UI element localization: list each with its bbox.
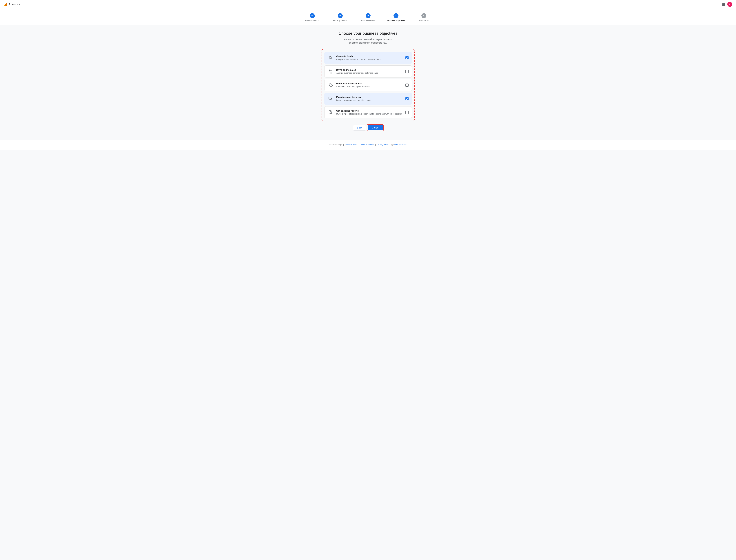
option-examine-user-behavior-text: Examine user behavior Learn how people u… bbox=[336, 96, 403, 102]
header-left: Analytics bbox=[4, 2, 20, 6]
app-header: Analytics R bbox=[0, 0, 736, 9]
main-content: Choose your business objectives For repo… bbox=[0, 25, 736, 140]
option-raise-brand-awareness-title: Raise brand awareness bbox=[336, 82, 403, 85]
grid-dot bbox=[722, 3, 723, 4]
page-subtitle: For reports that are personalized to you… bbox=[344, 38, 392, 45]
footer-send-feedback[interactable]: Send feedback bbox=[394, 144, 407, 146]
step-business-details: Business details bbox=[354, 13, 382, 22]
option-raise-brand-awareness[interactable]: Raise brand awareness Spread the word ab… bbox=[324, 79, 412, 91]
option-generate-leads[interactable]: Generate leads Analyze visitor metrics a… bbox=[324, 52, 412, 64]
option-drive-online-sales-text: Drive online sales Analyze purchase beha… bbox=[336, 69, 403, 74]
step-property-creation: Property creation bbox=[326, 13, 354, 22]
option-get-baseline-reports-text: Get baseline reports Multiple types of r… bbox=[336, 109, 403, 115]
grid-dot bbox=[724, 5, 725, 6]
option-get-baseline-reports[interactable]: Get baseline reports Multiple types of r… bbox=[324, 106, 412, 118]
grid-dot bbox=[724, 4, 725, 5]
grid-dot bbox=[723, 4, 724, 5]
drive-online-sales-checkbox[interactable] bbox=[406, 70, 409, 73]
option-raise-brand-awareness-text: Raise brand awareness Spread the word ab… bbox=[336, 82, 403, 88]
option-drive-online-sales[interactable]: Drive online sales Analyze purchase beha… bbox=[324, 65, 412, 77]
app-title: Analytics bbox=[9, 3, 20, 6]
get-baseline-reports-checkbox[interactable] bbox=[406, 111, 409, 114]
step-data-collection: 5 Data collection bbox=[410, 13, 438, 22]
step-circle-3 bbox=[365, 13, 371, 18]
step-label-4: Business objectives bbox=[387, 19, 405, 22]
step-label-1: Account creation bbox=[305, 19, 319, 22]
svg-point-4 bbox=[329, 84, 330, 84]
user-target-icon bbox=[327, 55, 334, 61]
examine-user-behavior-checkbox[interactable] bbox=[406, 97, 409, 100]
step-label-3: Business details bbox=[361, 19, 375, 22]
footer-feedback-icon: 💬 bbox=[391, 144, 394, 146]
grid-dot bbox=[722, 5, 723, 6]
user-avatar[interactable]: R bbox=[727, 2, 732, 7]
step-label-2: Property creation bbox=[333, 19, 347, 22]
header-right: R bbox=[722, 2, 732, 7]
step-account-creation: Account creation bbox=[298, 13, 326, 22]
footer-link-terms[interactable]: Terms of Service bbox=[360, 144, 374, 146]
stepper: Account creation Property creation Busin… bbox=[0, 9, 736, 25]
grid-dot bbox=[722, 4, 723, 5]
grid-dot bbox=[723, 3, 724, 4]
footer-link-analytics-home[interactable]: Analytics home bbox=[345, 144, 357, 146]
logo-bar-3 bbox=[6, 3, 7, 6]
step-label-5: Data collection bbox=[418, 19, 430, 22]
page-footer: © 2023 Google | Analytics home | Terms o… bbox=[0, 140, 736, 150]
option-drive-online-sales-desc: Analyze purchase behavior and get more s… bbox=[336, 72, 403, 74]
step-circle-2 bbox=[338, 13, 342, 18]
generate-leads-checkbox[interactable] bbox=[406, 56, 409, 59]
step-circle-4: 4 bbox=[394, 13, 399, 18]
option-examine-user-behavior-desc: Learn how people use your site or app bbox=[336, 99, 403, 102]
step-business-objectives: 4 Business objectives bbox=[382, 13, 410, 22]
option-generate-leads-text: Generate leads Analyze visitor metrics a… bbox=[336, 55, 403, 61]
objectives-selection-area: Generate leads Analyze visitor metrics a… bbox=[321, 49, 415, 121]
step-circle-5: 5 bbox=[422, 13, 427, 18]
tag-icon bbox=[327, 82, 334, 88]
analytics-logo bbox=[4, 2, 7, 6]
page-title: Choose your business objectives bbox=[338, 31, 398, 36]
svg-point-2 bbox=[330, 73, 330, 73]
logo-bar-1 bbox=[4, 5, 5, 6]
option-examine-user-behavior[interactable]: Examine user behavior Learn how people u… bbox=[324, 93, 412, 105]
option-examine-user-behavior-title: Examine user behavior bbox=[336, 96, 403, 98]
option-get-baseline-reports-desc: Multiple types of reports (this option c… bbox=[336, 113, 403, 115]
back-button[interactable]: Back bbox=[353, 125, 366, 131]
cursor-monitor-icon bbox=[327, 96, 334, 102]
apps-grid-icon[interactable] bbox=[722, 3, 725, 6]
option-drive-online-sales-title: Drive online sales bbox=[336, 69, 403, 71]
svg-point-3 bbox=[331, 73, 332, 73]
create-button[interactable]: Create bbox=[367, 125, 383, 130]
option-generate-leads-title: Generate leads bbox=[336, 55, 403, 58]
svg-point-0 bbox=[330, 56, 331, 58]
shopping-cart-icon bbox=[327, 68, 334, 75]
option-raise-brand-awareness-desc: Spread the word about your business bbox=[336, 85, 403, 88]
footer-copyright: © 2023 Google bbox=[329, 144, 342, 146]
step-circle-1 bbox=[310, 13, 315, 18]
footer-link-privacy[interactable]: Privacy Policy bbox=[377, 144, 389, 146]
raise-brand-awareness-checkbox[interactable] bbox=[406, 84, 409, 87]
option-generate-leads-desc: Analyze visitor metrics and attract new … bbox=[336, 58, 403, 61]
logo-bar-2 bbox=[5, 4, 6, 6]
grid-dot bbox=[724, 3, 725, 4]
action-buttons: Back Create bbox=[353, 125, 383, 131]
grid-dot bbox=[723, 5, 724, 6]
option-get-baseline-reports-title: Get baseline reports bbox=[336, 109, 403, 112]
chart-document-icon bbox=[327, 109, 334, 115]
